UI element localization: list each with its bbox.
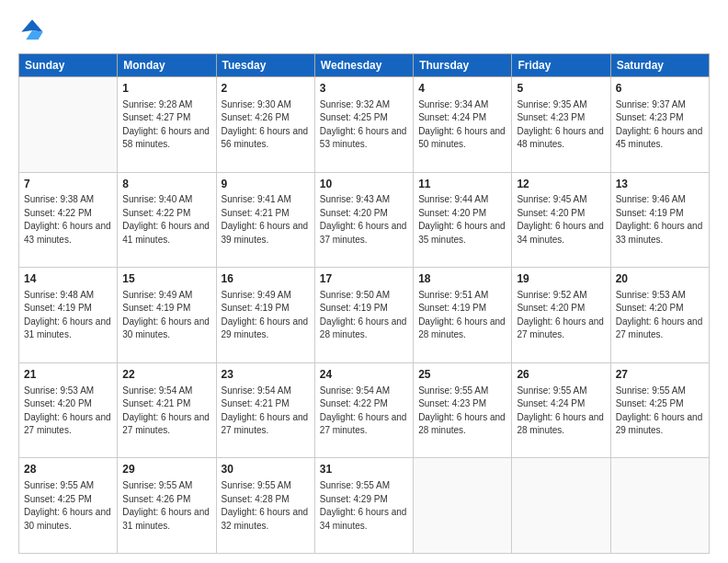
day-info: Sunrise: 9:55 AMSunset: 4:28 PMDaylight:… — [222, 479, 310, 533]
day-cell: 4Sunrise: 9:34 AMSunset: 4:24 PMDaylight… — [414, 77, 512, 173]
day-info: Sunrise: 9:32 AMSunset: 4:25 PMDaylight:… — [320, 98, 408, 152]
day-info: Sunrise: 9:48 AMSunset: 4:19 PMDaylight:… — [24, 289, 112, 342]
day-cell: 16Sunrise: 9:49 AMSunset: 4:19 PMDayligh… — [216, 268, 314, 363]
day-info: Sunrise: 9:55 AMSunset: 4:23 PMDaylight:… — [418, 385, 506, 438]
day-cell: 27Sunrise: 9:55 AMSunset: 4:25 PMDayligh… — [610, 362, 709, 458]
day-cell: 23Sunrise: 9:54 AMSunset: 4:21 PMDayligh… — [216, 362, 314, 458]
week-row-5: 28Sunrise: 9:55 AMSunset: 4:25 PMDayligh… — [19, 458, 710, 554]
day-info: Sunrise: 9:55 AMSunset: 4:24 PMDaylight:… — [517, 385, 605, 438]
svg-marker-0 — [21, 19, 42, 31]
day-info: Sunrise: 9:49 AMSunset: 4:19 PMDaylight:… — [222, 289, 310, 342]
day-info: Sunrise: 9:38 AMSunset: 4:22 PMDaylight:… — [24, 193, 112, 247]
day-cell — [19, 77, 118, 173]
day-cell: 14Sunrise: 9:48 AMSunset: 4:19 PMDayligh… — [19, 268, 118, 363]
day-cell: 19Sunrise: 9:52 AMSunset: 4:20 PMDayligh… — [512, 268, 610, 363]
day-number: 20 — [616, 271, 704, 287]
week-row-4: 21Sunrise: 9:53 AMSunset: 4:20 PMDayligh… — [19, 362, 710, 458]
day-info: Sunrise: 9:55 AMSunset: 4:25 PMDaylight:… — [24, 479, 112, 533]
day-cell: 17Sunrise: 9:50 AMSunset: 4:19 PMDayligh… — [314, 268, 413, 363]
day-cell: 20Sunrise: 9:53 AMSunset: 4:20 PMDayligh… — [610, 268, 709, 363]
day-info: Sunrise: 9:54 AMSunset: 4:21 PMDaylight:… — [222, 385, 310, 438]
day-cell: 8Sunrise: 9:40 AMSunset: 4:22 PMDaylight… — [118, 172, 216, 268]
day-info: Sunrise: 9:52 AMSunset: 4:20 PMDaylight:… — [517, 289, 605, 342]
day-number: 31 — [320, 462, 408, 477]
day-info: Sunrise: 9:45 AMSunset: 4:20 PMDaylight:… — [517, 193, 605, 247]
day-cell: 29Sunrise: 9:55 AMSunset: 4:26 PMDayligh… — [118, 458, 216, 554]
day-cell: 1Sunrise: 9:28 AMSunset: 4:27 PMDaylight… — [118, 77, 216, 173]
day-info: Sunrise: 9:53 AMSunset: 4:20 PMDaylight:… — [616, 289, 704, 342]
day-info: Sunrise: 9:37 AMSunset: 4:23 PMDaylight:… — [616, 98, 704, 152]
day-number: 1 — [122, 81, 210, 97]
day-cell: 25Sunrise: 9:55 AMSunset: 4:23 PMDayligh… — [414, 362, 512, 458]
day-info: Sunrise: 9:34 AMSunset: 4:24 PMDaylight:… — [418, 98, 506, 152]
day-info: Sunrise: 9:55 AMSunset: 4:26 PMDaylight:… — [122, 479, 210, 533]
day-number: 17 — [320, 271, 408, 287]
day-cell: 11Sunrise: 9:44 AMSunset: 4:20 PMDayligh… — [414, 172, 512, 268]
day-cell: 5Sunrise: 9:35 AMSunset: 4:23 PMDaylight… — [512, 77, 610, 173]
day-cell — [414, 458, 512, 554]
day-number: 4 — [418, 81, 506, 97]
svg-marker-1 — [26, 30, 42, 40]
day-info: Sunrise: 9:28 AMSunset: 4:27 PMDaylight:… — [122, 98, 210, 152]
day-cell: 6Sunrise: 9:37 AMSunset: 4:23 PMDaylight… — [610, 77, 709, 173]
day-number: 12 — [517, 177, 605, 192]
day-info: Sunrise: 9:40 AMSunset: 4:22 PMDaylight:… — [122, 193, 210, 247]
day-cell: 7Sunrise: 9:38 AMSunset: 4:22 PMDaylight… — [19, 172, 118, 268]
day-info: Sunrise: 9:46 AMSunset: 4:19 PMDaylight:… — [616, 193, 704, 247]
day-number: 18 — [418, 271, 506, 287]
day-number: 28 — [24, 462, 112, 477]
day-number: 9 — [222, 177, 310, 192]
day-number: 11 — [418, 177, 506, 192]
logo-icon — [18, 17, 46, 44]
day-cell: 15Sunrise: 9:49 AMSunset: 4:19 PMDayligh… — [118, 268, 216, 363]
day-number: 22 — [122, 367, 210, 383]
day-info: Sunrise: 9:54 AMSunset: 4:21 PMDaylight:… — [122, 385, 210, 438]
day-number: 14 — [24, 271, 112, 287]
day-cell: 3Sunrise: 9:32 AMSunset: 4:25 PMDaylight… — [314, 77, 413, 173]
day-number: 21 — [24, 367, 112, 383]
week-row-1: 1Sunrise: 9:28 AMSunset: 4:27 PMDaylight… — [19, 77, 710, 173]
day-number: 23 — [222, 367, 310, 383]
day-info: Sunrise: 9:44 AMSunset: 4:20 PMDaylight:… — [418, 193, 506, 247]
day-cell — [610, 458, 709, 554]
day-number: 7 — [24, 177, 112, 192]
week-row-3: 14Sunrise: 9:48 AMSunset: 4:19 PMDayligh… — [19, 268, 710, 363]
day-number: 30 — [222, 462, 310, 477]
weekday-header-saturday: Saturday — [610, 54, 709, 77]
day-cell: 18Sunrise: 9:51 AMSunset: 4:19 PMDayligh… — [414, 268, 512, 363]
day-cell: 22Sunrise: 9:54 AMSunset: 4:21 PMDayligh… — [118, 362, 216, 458]
weekday-header-tuesday: Tuesday — [216, 54, 314, 77]
day-cell: 30Sunrise: 9:55 AMSunset: 4:28 PMDayligh… — [216, 458, 314, 554]
week-row-2: 7Sunrise: 9:38 AMSunset: 4:22 PMDaylight… — [19, 172, 710, 268]
day-info: Sunrise: 9:30 AMSunset: 4:26 PMDaylight:… — [222, 98, 310, 152]
weekday-header-thursday: Thursday — [414, 54, 512, 77]
day-number: 10 — [320, 177, 408, 192]
weekday-header-row: SundayMondayTuesdayWednesdayThursdayFrid… — [19, 54, 710, 77]
day-number: 13 — [616, 177, 704, 192]
logo — [18, 17, 50, 44]
calendar-table: SundayMondayTuesdayWednesdayThursdayFrid… — [18, 53, 710, 554]
weekday-header-monday: Monday — [118, 54, 216, 77]
day-info: Sunrise: 9:49 AMSunset: 4:19 PMDaylight:… — [122, 289, 210, 342]
day-number: 24 — [320, 367, 408, 383]
weekday-header-wednesday: Wednesday — [314, 54, 413, 77]
weekday-header-sunday: Sunday — [19, 54, 118, 77]
day-number: 26 — [517, 367, 605, 383]
day-info: Sunrise: 9:55 AMSunset: 4:29 PMDaylight:… — [320, 479, 408, 533]
day-info: Sunrise: 9:55 AMSunset: 4:25 PMDaylight:… — [616, 385, 704, 438]
day-info: Sunrise: 9:53 AMSunset: 4:20 PMDaylight:… — [24, 385, 112, 438]
day-info: Sunrise: 9:35 AMSunset: 4:23 PMDaylight:… — [517, 98, 605, 152]
page: SundayMondayTuesdayWednesdayThursdayFrid… — [0, 0, 728, 563]
header — [18, 17, 710, 44]
day-cell: 9Sunrise: 9:41 AMSunset: 4:21 PMDaylight… — [216, 172, 314, 268]
day-number: 8 — [122, 177, 210, 192]
day-number: 27 — [616, 367, 704, 383]
day-info: Sunrise: 9:51 AMSunset: 4:19 PMDaylight:… — [418, 289, 506, 342]
day-number: 25 — [418, 367, 506, 383]
day-info: Sunrise: 9:41 AMSunset: 4:21 PMDaylight:… — [222, 193, 310, 247]
day-number: 3 — [320, 81, 408, 97]
day-info: Sunrise: 9:50 AMSunset: 4:19 PMDaylight:… — [320, 289, 408, 342]
day-cell: 24Sunrise: 9:54 AMSunset: 4:22 PMDayligh… — [314, 362, 413, 458]
day-number: 15 — [122, 271, 210, 287]
day-cell: 21Sunrise: 9:53 AMSunset: 4:20 PMDayligh… — [19, 362, 118, 458]
